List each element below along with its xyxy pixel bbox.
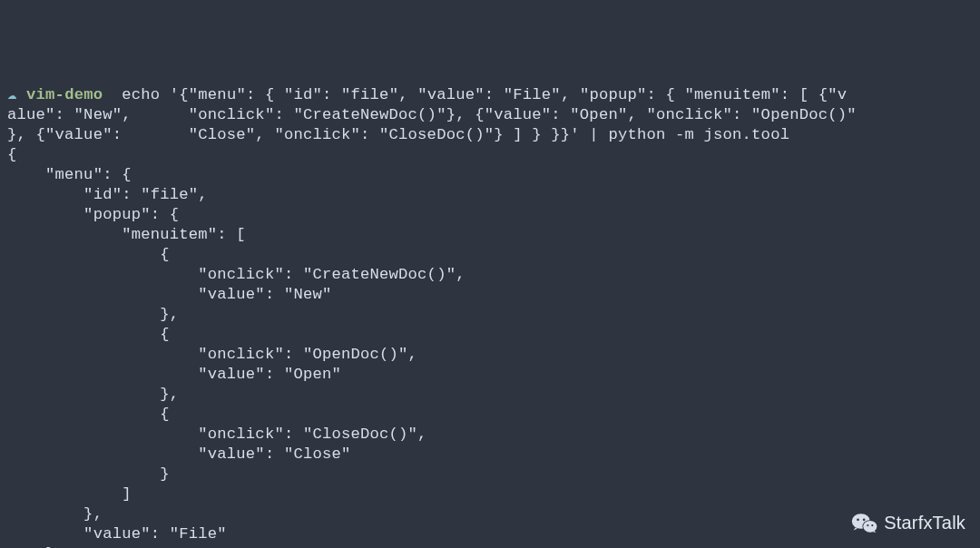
terminal-output-line: } <box>7 465 973 484</box>
watermark: StarfxTalk <box>851 512 965 535</box>
terminal-output-line: { <box>7 325 973 345</box>
terminal-output-line: "value": "Close" <box>7 445 973 465</box>
terminal-output-line: { <box>7 245 973 265</box>
prompt-hostname: vim-demo <box>26 86 103 103</box>
terminal-output-line: ] <box>7 484 973 504</box>
terminal-output-line: "id": "file", <box>7 185 973 205</box>
wechat-icon <box>851 512 878 535</box>
terminal-output-line: { <box>7 145 973 165</box>
terminal-output-line: "onclick": "OpenDoc()", <box>7 345 973 365</box>
terminal-output-line: }, <box>7 504 973 524</box>
terminal-command-line3[interactable]: }, {"value": "Close", "onclick": "CloseD… <box>7 126 789 143</box>
terminal-output-line: "menu": { <box>7 165 973 185</box>
svg-point-5 <box>867 524 868 526</box>
svg-point-4 <box>863 519 866 522</box>
terminal-output-line: "menuitem": [ <box>7 225 973 245</box>
watermark-text: StarfxTalk <box>884 512 965 535</box>
terminal-output-line: "value": "New" <box>7 285 973 305</box>
terminal-output-line: "popup": { <box>7 205 973 225</box>
terminal-output-line: { <box>7 405 973 425</box>
terminal-output-line: }, <box>7 305 973 325</box>
terminal-output-line: } <box>7 544 973 548</box>
terminal-command-line1[interactable]: echo '{"menu": { "id": "file", "value": … <box>113 86 848 103</box>
terminal-output-line: }, <box>7 385 973 405</box>
terminal-output-line: "onclick": "CreateNewDoc()", <box>7 265 973 285</box>
terminal-command-line2[interactable]: alue": "New", "onclick": "CreateNewDoc()… <box>7 106 857 123</box>
cloud-icon: ☁ <box>7 86 17 103</box>
svg-point-3 <box>857 519 859 522</box>
terminal-output-line: "value": "Open" <box>7 365 973 385</box>
terminal-output-line: "onclick": "CloseDoc()", <box>7 425 973 445</box>
svg-point-6 <box>871 524 873 526</box>
terminal-output-line: "value": "File" <box>7 524 973 544</box>
svg-point-2 <box>864 521 877 533</box>
